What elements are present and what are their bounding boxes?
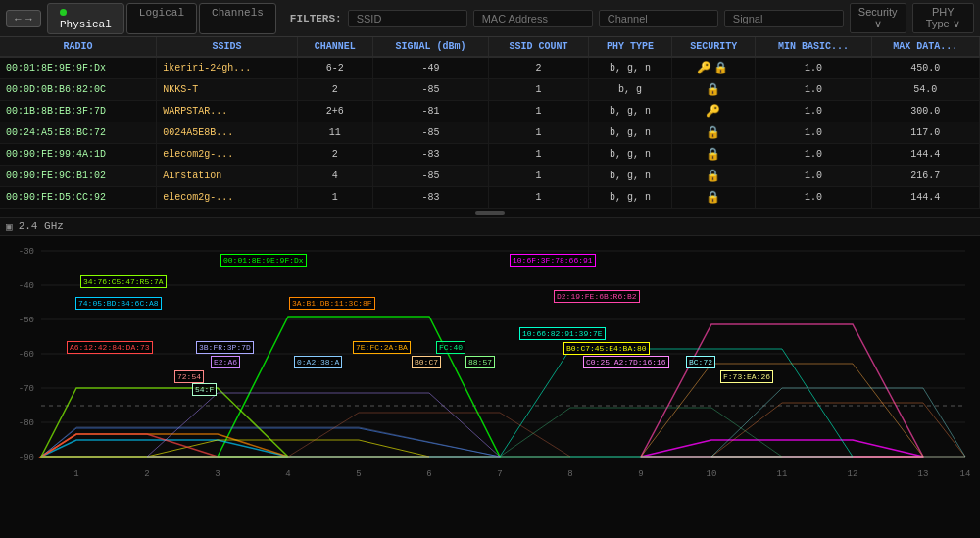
cell-signal: -85 bbox=[372, 122, 489, 144]
table-row[interactable]: 00:0D:0B:B6:82:0C NKKS-T 2 -85 1 b, g 🔒 … bbox=[0, 79, 980, 101]
cell-channel: 6-2 bbox=[297, 57, 372, 79]
col-channel: CHANNEL bbox=[297, 37, 372, 57]
table-row[interactable]: 00:01:8E:9E:9F:Dx ikeriri-24gh... 6-2 -4… bbox=[0, 57, 980, 79]
toolbar: ←→ Physical Logical Channels FILTERS: Se… bbox=[0, 0, 980, 37]
cell-radio: 00:01:8E:9E:9F:Dx bbox=[0, 57, 157, 79]
cell-min-basic: 1.0 bbox=[756, 79, 872, 101]
col-security: SECURITY bbox=[672, 37, 756, 57]
cell-ssid-count: 1 bbox=[489, 79, 589, 101]
cell-max-data: 144.4 bbox=[871, 187, 979, 209]
cell-max-data: 450.0 bbox=[871, 57, 979, 79]
cell-radio: 00:1B:8B:EB:3F:7D bbox=[0, 101, 157, 122]
cell-max-data: 117.0 bbox=[871, 122, 979, 144]
cell-ssid-count: 2 bbox=[489, 57, 589, 79]
cell-min-basic: 1.0 bbox=[756, 166, 872, 187]
cell-min-basic: 1.0 bbox=[756, 187, 872, 209]
cell-phy-type: b, g bbox=[589, 79, 672, 101]
tab-physical[interactable]: Physical bbox=[47, 3, 124, 34]
cell-ssid-count: 1 bbox=[489, 122, 589, 144]
svg-text:12: 12 bbox=[848, 469, 858, 479]
svg-text:3: 3 bbox=[215, 469, 220, 479]
cell-channel: 2+6 bbox=[297, 101, 372, 122]
cell-security: 🔒 bbox=[672, 122, 756, 144]
col-phy-type: PHY TYPE bbox=[589, 37, 672, 57]
tab-logical[interactable]: Logical bbox=[126, 3, 197, 34]
cell-phy-type: b, g, n bbox=[589, 144, 672, 166]
table-container: RADIO SSIDS CHANNEL SIGNAL (dBm) SSID CO… bbox=[0, 37, 980, 209]
cell-radio: 00:90:FE:99:4A:1D bbox=[0, 144, 157, 166]
cell-phy-type: b, g, n bbox=[589, 57, 672, 79]
svg-text:13: 13 bbox=[918, 469, 929, 479]
phy-type-filter-btn[interactable]: PHY Type ∨ bbox=[912, 3, 974, 33]
svg-text:-80: -80 bbox=[19, 418, 34, 428]
mac-filter[interactable] bbox=[473, 10, 593, 27]
network-table: RADIO SSIDS CHANNEL SIGNAL (dBm) SSID CO… bbox=[0, 37, 980, 209]
cell-channel: 11 bbox=[297, 122, 372, 144]
scroll-bar bbox=[475, 211, 505, 215]
tab-channels[interactable]: Channels bbox=[199, 3, 276, 34]
cell-phy-type: b, g, n bbox=[589, 166, 672, 187]
back-button[interactable]: ←→ bbox=[6, 10, 41, 27]
col-signal: SIGNAL (dBm) bbox=[372, 37, 489, 57]
col-ssid-count: SSID COUNT bbox=[489, 37, 589, 57]
table-body: 00:01:8E:9E:9F:Dx ikeriri-24gh... 6-2 -4… bbox=[0, 57, 980, 209]
chart-svg: -30 -40 -50 -60 -70 -80 -90 1 2 3 4 5 6 … bbox=[0, 236, 980, 497]
signal-filter[interactable] bbox=[724, 10, 844, 27]
table-row[interactable]: 00:1B:8B:EB:3F:7D WARPSTAR... 2+6 -81 1 … bbox=[0, 101, 980, 122]
cell-max-data: 300.0 bbox=[871, 101, 979, 122]
chart-title: 2.4 GHz bbox=[19, 220, 64, 232]
cell-ssid-count: 1 bbox=[489, 144, 589, 166]
cell-radio: 00:0D:0B:B6:82:0C bbox=[0, 79, 157, 101]
col-max-data: MAX DATA... bbox=[871, 37, 979, 57]
cell-security: 🔒 bbox=[672, 187, 756, 209]
cell-channel: 2 bbox=[297, 144, 372, 166]
cell-min-basic: 1.0 bbox=[756, 122, 872, 144]
ssid-filter[interactable] bbox=[348, 10, 467, 27]
table-row[interactable]: 00:90:FE:99:4A:1D elecom2g-... 2 -83 1 b… bbox=[0, 144, 980, 166]
cell-signal: -85 bbox=[372, 166, 489, 187]
table-row[interactable]: 00:90:FE:9C:B1:02 Airstation 4 -85 1 b, … bbox=[0, 166, 980, 187]
cell-ssids: ikeriri-24gh... bbox=[157, 57, 298, 79]
svg-text:14: 14 bbox=[960, 469, 971, 479]
chart-area: ▣ 2.4 GHz -30 -40 -50 -60 -70 -80 bbox=[0, 217, 980, 497]
svg-text:7: 7 bbox=[497, 469, 502, 479]
cell-ssid-count: 1 bbox=[489, 101, 589, 122]
cell-ssids: elecom2g-... bbox=[157, 187, 298, 209]
cell-radio: 00:24:A5:E8:BC:72 bbox=[0, 122, 157, 144]
cell-channel: 1 bbox=[297, 187, 372, 209]
cell-max-data: 54.0 bbox=[871, 79, 979, 101]
cell-min-basic: 1.0 bbox=[756, 57, 872, 79]
cell-radio: 00:90:FE:9C:B1:02 bbox=[0, 166, 157, 187]
scroll-indicator bbox=[0, 209, 980, 217]
cell-phy-type: b, g, n bbox=[589, 187, 672, 209]
chart-body: -30 -40 -50 -60 -70 -80 -90 1 2 3 4 5 6 … bbox=[0, 236, 980, 497]
cell-min-basic: 1.0 bbox=[756, 101, 872, 122]
svg-text:8: 8 bbox=[567, 469, 572, 479]
col-ssids: SSIDS bbox=[157, 37, 298, 57]
svg-text:11: 11 bbox=[777, 469, 788, 479]
cell-security: 🔒 bbox=[672, 166, 756, 187]
cell-security: 🔑🔒 bbox=[672, 57, 756, 79]
svg-text:2: 2 bbox=[144, 469, 149, 479]
svg-text:-70: -70 bbox=[19, 384, 34, 394]
table-row[interactable]: 00:24:A5:E8:BC:72 0024A5E8B... 11 -85 1 … bbox=[0, 122, 980, 144]
svg-text:-90: -90 bbox=[19, 453, 34, 463]
table-row[interactable]: 00:90:FE:D5:CC:92 elecom2g-... 1 -83 1 b… bbox=[0, 187, 980, 209]
cell-phy-type: b, g, n bbox=[589, 101, 672, 122]
filters-label: FILTERS: bbox=[290, 13, 342, 24]
cell-channel: 4 bbox=[297, 166, 372, 187]
svg-text:4: 4 bbox=[285, 469, 290, 479]
svg-text:-40: -40 bbox=[19, 281, 34, 291]
cell-ssids: NKKS-T bbox=[157, 79, 298, 101]
cell-ssid-count: 1 bbox=[489, 166, 589, 187]
svg-rect-0 bbox=[0, 236, 980, 497]
channel-filter[interactable] bbox=[599, 10, 718, 27]
col-min-basic: MIN BASIC... bbox=[756, 37, 872, 57]
cell-channel: 2 bbox=[297, 79, 372, 101]
col-radio: RADIO bbox=[0, 37, 157, 57]
cell-signal: -81 bbox=[372, 101, 489, 122]
security-filter-btn[interactable]: Security ∨ bbox=[850, 3, 906, 33]
cell-ssids: WARPSTAR... bbox=[157, 101, 298, 122]
cell-ssids: Airstation bbox=[157, 166, 298, 187]
cell-max-data: 144.4 bbox=[871, 144, 979, 166]
